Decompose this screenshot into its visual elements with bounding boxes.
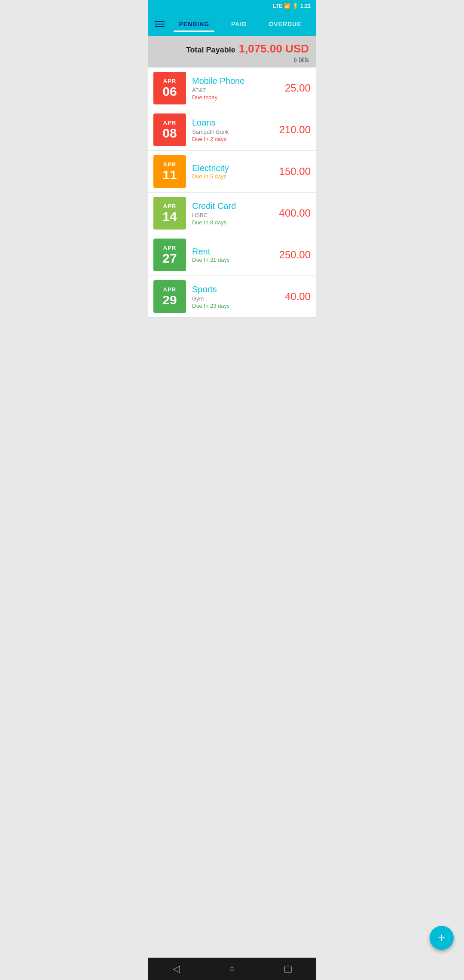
bill-due: Due In 5 days [192, 173, 276, 180]
bill-item-credit-card[interactable]: APR 14 Credit Card HSBC Due In 8 days 40… [148, 193, 316, 234]
bill-day: 11 [162, 168, 177, 182]
bill-name: Loans [192, 118, 276, 128]
bill-name: Sports [192, 285, 276, 294]
bill-due: Due today [192, 94, 276, 101]
bill-due: Due In 21 days [192, 257, 276, 263]
menu-button[interactable] [152, 18, 168, 31]
nav-tabs: PENDING PAID OVERDUE [168, 17, 312, 31]
bill-item-loans[interactable]: APR 08 Loans Sampath Bank Due In 2 days … [148, 109, 316, 151]
bill-amount: 150.00 [276, 165, 311, 178]
date-badge: APR 14 [153, 197, 186, 230]
tab-paid[interactable]: PAID [226, 17, 252, 31]
tab-pending[interactable]: PENDING [174, 17, 214, 31]
bill-amount: 40.00 [276, 291, 311, 303]
bill-info: Electricity Due In 5 days [192, 163, 276, 180]
bill-name: Electricity [192, 163, 276, 173]
bill-info: Sports Gym Due In 23 days [192, 285, 276, 309]
bill-item-rent[interactable]: APR 27 Rent Due In 21 days 250.00 [148, 234, 316, 276]
status-bar: LTE 📶 🔋 1:21 [148, 0, 316, 12]
bill-amount: 210.00 [276, 124, 311, 136]
bill-amount: 250.00 [276, 249, 311, 261]
signal-icon: 📶 [284, 3, 290, 9]
bill-provider: HSBC [192, 212, 276, 218]
date-badge: APR 27 [153, 239, 186, 271]
date-badge: APR 29 [153, 280, 186, 313]
bottom-nav: ◁ ○ ▢ [148, 958, 316, 980]
bill-day: 08 [162, 126, 177, 140]
bills-count: 6 bills [155, 56, 309, 63]
bill-name: Credit Card [192, 201, 276, 211]
bill-month: APR [163, 78, 176, 84]
home-button[interactable]: ○ [219, 960, 245, 977]
bill-month: APR [163, 119, 176, 126]
bill-due: Due In 8 days [192, 219, 276, 226]
date-badge: APR 11 [153, 155, 186, 188]
bills-list: APR 06 Mobile Phone AT&T Due today 25.00… [148, 67, 316, 318]
date-badge: APR 06 [153, 72, 186, 104]
bill-name: Mobile Phone [192, 76, 276, 86]
bill-amount: 400.00 [276, 207, 311, 219]
bill-day: 29 [162, 293, 177, 307]
total-amount: 1,075.00 USD [239, 42, 309, 55]
bill-provider: Gym [192, 295, 276, 302]
summary-bar: Total Payable 1,075.00 USD 6 bills [148, 36, 316, 67]
bill-info: Rent Due In 21 days [192, 247, 276, 263]
battery-icon: 🔋 [292, 3, 299, 9]
bill-day: 06 [162, 84, 177, 98]
bill-item-electricity[interactable]: APR 11 Electricity Due In 5 days 150.00 [148, 151, 316, 193]
lte-icon: LTE [273, 3, 282, 9]
total-payable-label: Total Payable [186, 46, 235, 55]
bill-month: APR [163, 161, 176, 168]
bill-day: 27 [162, 251, 177, 265]
bill-info: Credit Card HSBC Due In 8 days [192, 201, 276, 226]
empty-area [148, 318, 316, 447]
back-button[interactable]: ◁ [163, 960, 189, 977]
top-nav: PENDING PAID OVERDUE [148, 12, 316, 36]
bill-item-mobile-phone[interactable]: APR 06 Mobile Phone AT&T Due today 25.00 [148, 67, 316, 109]
time-display: 1:21 [300, 3, 311, 9]
bill-name: Rent [192, 247, 276, 257]
bill-due: Due In 23 days [192, 303, 276, 309]
bill-day: 14 [162, 209, 177, 224]
status-icons: LTE 📶 🔋 1:21 [273, 3, 311, 9]
date-badge: APR 08 [153, 113, 186, 146]
bill-month: APR [163, 245, 176, 251]
bill-month: APR [163, 286, 176, 293]
bill-provider: Sampath Bank [192, 129, 276, 135]
recents-button[interactable]: ▢ [275, 960, 301, 977]
bill-info: Mobile Phone AT&T Due today [192, 76, 276, 101]
bill-info: Loans Sampath Bank Due In 2 days [192, 118, 276, 142]
bill-month: APR [163, 203, 176, 209]
tab-overdue[interactable]: OVERDUE [263, 17, 306, 31]
bill-amount: 25.00 [276, 82, 311, 94]
bill-provider: AT&T [192, 87, 276, 93]
bill-item-sports[interactable]: APR 29 Sports Gym Due In 23 days 40.00 [148, 276, 316, 318]
bill-due: Due In 2 days [192, 136, 276, 142]
